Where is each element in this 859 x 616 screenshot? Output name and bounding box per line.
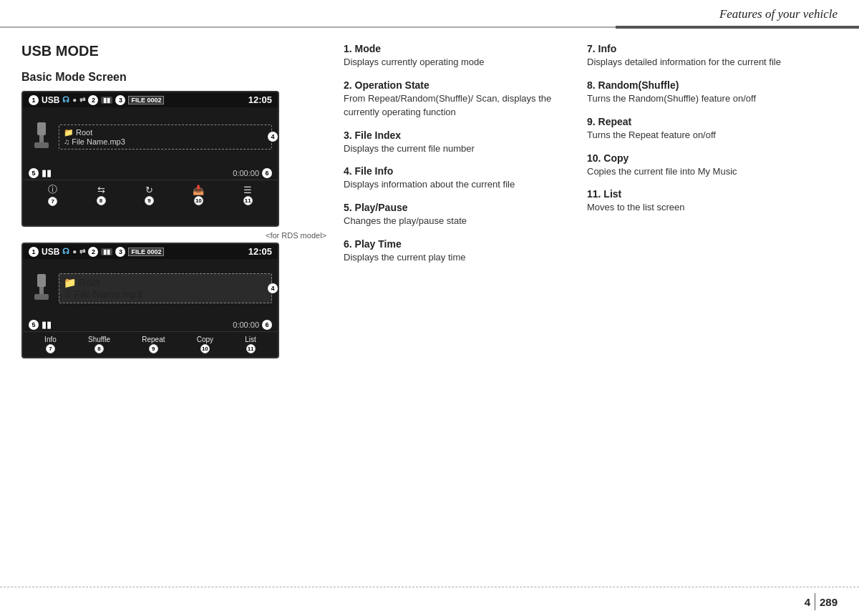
page-title: Features of your vehicle — [719, 7, 838, 21]
btn-info: Info 7 — [44, 336, 57, 353]
play-state-area-2: 5 ▮▮ — [29, 319, 52, 330]
feature-7: 7. Info Displays detailed information fo… — [587, 43, 816, 69]
btn-shuffle-label: Shuffle — [88, 336, 110, 343]
shuffle-icon-1: ⇆ — [97, 185, 105, 195]
bottom-icon-info-1: ⓘ 7 — [48, 183, 57, 206]
feature-6-num: 6. Play Time — [344, 238, 573, 250]
num-badge-5b: 5 — [29, 320, 39, 330]
feature-5: 5. Play/Pause Changes the play/pause sta… — [344, 202, 573, 228]
feature-10: 10. Copy Copies the current file into My… — [587, 152, 816, 179]
btn-list-label: List — [245, 336, 256, 343]
left-column: USB MODE Basic Mode Screen 1 USB ☊ ● ⇄ 2… — [21, 43, 329, 358]
feature-6: 6. Play Time Displays the current play t… — [344, 238, 573, 265]
header: Features of your vehicle — [0, 0, 859, 29]
btn-list: List 11 — [245, 336, 256, 353]
num-badge-9b: 9 — [149, 344, 158, 353]
btn-copy: Copy 10 — [197, 336, 213, 353]
screen-body-2: 📁 Root ♫ File Name.mp3 4 — [23, 259, 278, 318]
info-icon-1: ⓘ — [48, 183, 57, 196]
num-badge-8: 8 — [97, 196, 106, 205]
svg-rect-0 — [37, 122, 46, 135]
repeat-icon-1: ↻ — [145, 185, 153, 195]
feature-6-desc: Displays the current play time — [344, 251, 573, 265]
folder-icon-1: 📁 — [64, 128, 74, 137]
usb-icon-1 — [29, 112, 54, 162]
feature-10-desc: Copies the current file into My Music — [587, 165, 816, 179]
svg-rect-3 — [37, 274, 46, 287]
folder-name-2: 📁 Root — [64, 277, 267, 288]
screen-bottom-buttons-2: Info 7 Shuffle 8 Repeat 9 Copy 10 List — [23, 331, 278, 357]
btn-info-label: Info — [44, 336, 57, 343]
btn-shuffle: Shuffle 8 — [88, 336, 110, 353]
rds-label: <for RDS model> — [21, 231, 329, 240]
num-badge-3: 3 — [115, 95, 125, 105]
feature-7-desc: Displays detailed information for the cu… — [587, 56, 816, 69]
op-state-icon-2: ▮▮ — [101, 248, 112, 255]
feature-1: 1. Mode Displays currently operating mod… — [344, 43, 573, 69]
pause-icon-2: ▮▮ — [42, 319, 52, 330]
signal-icon: ● — [72, 96, 77, 104]
feature-3-num: 3. File Index — [344, 129, 573, 141]
screen-top-bar-2: 1 USB ☊ ● ⇄ 2 ▮▮ 3 FILE 0002 12:05 — [23, 244, 278, 259]
num-badge-1b: 1 — [29, 247, 39, 257]
screen-time-2: 12:05 — [248, 246, 272, 257]
file-info-area-1: 📁 Root ♫ File Name.mp3 4 — [59, 124, 272, 150]
num-badge-11b: 11 — [246, 344, 256, 353]
feature-7-num: 7. Info — [587, 43, 816, 54]
usb-screen-2: 1 USB ☊ ● ⇄ 2 ▮▮ 3 FILE 0002 12:05 — [21, 243, 279, 358]
screen-body-1: 📁 Root ♫ File Name.mp3 4 — [23, 107, 278, 166]
usb-label-2: USB — [42, 247, 59, 257]
bt-icon-2: ☊ — [62, 247, 69, 256]
feature-11-num: 11. List — [587, 188, 816, 200]
feature-4: 4. File Info Displays information about … — [344, 165, 573, 192]
file-num-2: FILE 0002 — [128, 248, 164, 256]
feature-4-desc: Displays information about the current f… — [344, 178, 573, 192]
feature-11: 11. List Moves to the list screen — [587, 188, 816, 215]
bottom-icon-list-1: ☰ 11 — [243, 185, 253, 205]
feature-11-desc: Moves to the list screen — [587, 201, 816, 215]
playtime-area-1: 0:00:00 6 — [233, 168, 272, 178]
num-badge-8b: 8 — [94, 344, 104, 353]
header-line-gray — [0, 26, 616, 28]
play-state-area-1: 5 ▮▮ — [29, 167, 52, 178]
pause-icon-1: ▮▮ — [42, 167, 52, 178]
folder-name-1: 📁 Root — [64, 128, 267, 137]
main-content: USB MODE Basic Mode Screen 1 USB ☊ ● ⇄ 2… — [0, 29, 859, 366]
num-badge-11: 11 — [243, 196, 253, 205]
feature-9-desc: Turns the Repeat feature on/off — [587, 129, 816, 142]
feature-10-num: 10. Copy — [587, 152, 816, 164]
file-num-1: FILE 0002 — [128, 96, 164, 104]
play-time-2: 0:00:00 — [233, 321, 259, 329]
feature-1-desc: Displays currently operating mode — [344, 56, 573, 69]
num-badge-7: 7 — [48, 197, 57, 206]
page-section: 4 — [805, 596, 810, 608]
bt-icon: ☊ — [62, 95, 69, 104]
num-badge-1: 1 — [29, 95, 39, 105]
screen-middle-bar-1: 5 ▮▮ 0:00:00 6 — [23, 166, 278, 180]
feature-4-num: 4. File Info — [344, 165, 573, 177]
screen-time-1: 12:05 — [248, 94, 272, 105]
playtime-area-2: 0:00:00 6 — [233, 320, 272, 330]
btn-copy-label: Copy — [197, 336, 213, 343]
feature-2: 2. Operation State From Repeat/Random(Sh… — [344, 79, 573, 119]
basic-mode-screen-title: Basic Mode Screen — [21, 71, 329, 84]
usb-icon-2 — [29, 263, 54, 313]
screen-top-left-1: 1 USB ☊ ● ⇄ 2 ▮▮ 3 FILE 0002 — [29, 95, 164, 105]
screen-top-bar-1: 1 USB ☊ ● ⇄ 2 ▮▮ 3 FILE 0002 12:05 — [23, 92, 278, 107]
file-info-box-2: 📁 Root ♫ File Name.mp3 — [59, 273, 272, 303]
arrows-icon: ⇄ — [79, 96, 85, 104]
arrows-icon-2: ⇄ — [79, 248, 85, 255]
num-badge-6b: 6 — [262, 320, 272, 330]
usb-mode-title: USB MODE — [21, 43, 329, 59]
folder-icon-2: 📁 — [64, 277, 76, 288]
btn-repeat-label: Repeat — [142, 336, 165, 343]
num-badge-10: 10 — [194, 196, 203, 205]
feature-8-num: 8. Random(Shuffle) — [587, 79, 816, 91]
num-badge-6: 6 — [262, 168, 272, 178]
file-name-1: ♫ File Name.mp3 — [64, 137, 267, 146]
svg-rect-2 — [34, 142, 49, 148]
screen-bottom-icons-1: ⓘ 7 ⇆ 8 ↻ 9 📥 10 ☰ 11 — [23, 180, 278, 209]
bottom-icon-copy-1: 📥 10 — [193, 185, 204, 205]
bottom-icon-shuffle-1: ⇆ 8 — [97, 185, 106, 205]
num-badge-2b: 2 — [88, 247, 98, 257]
